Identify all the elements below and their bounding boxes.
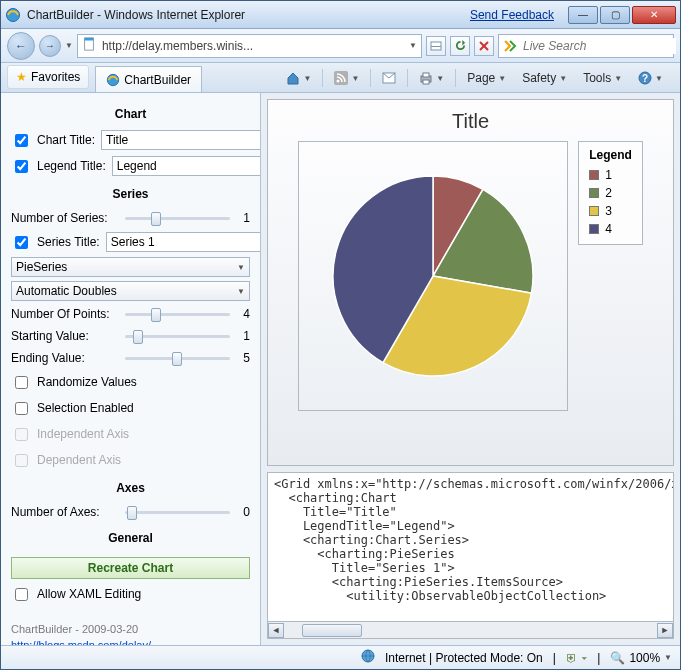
favorites-label: Favorites — [31, 70, 80, 84]
randomize-label: Randomize Values — [37, 375, 137, 389]
dep-axis-checkbox — [15, 454, 28, 467]
back-button[interactable]: ← — [7, 32, 35, 60]
internet-zone-icon — [361, 649, 375, 666]
legend-title-input[interactable] — [112, 156, 261, 176]
compat-view-button[interactable] — [426, 36, 446, 56]
series-title-label: Series Title: — [37, 235, 100, 249]
mail-icon — [382, 72, 396, 84]
dep-axis-label: Dependent Axis — [37, 453, 121, 467]
series-title-input[interactable] — [106, 232, 261, 252]
nav-history-dropdown[interactable]: ▼ — [65, 41, 73, 50]
legend-box: Legend 1234 — [578, 141, 643, 245]
selection-checkbox[interactable] — [15, 402, 28, 415]
safety-menu[interactable]: Safety▼ — [515, 67, 574, 89]
legend-item: 4 — [589, 220, 632, 238]
num-points-value: 4 — [236, 307, 250, 321]
rss-icon — [334, 71, 348, 85]
series-type-select[interactable]: PieSeries▼ — [11, 257, 250, 277]
home-button[interactable]: ▼ — [279, 67, 318, 89]
titlebar: ChartBuilder - Windows Internet Explorer… — [1, 1, 680, 29]
allow-xaml-checkbox[interactable] — [15, 588, 28, 601]
ending-value-slider[interactable] — [125, 349, 230, 367]
num-points-label: Number Of Points: — [11, 307, 119, 321]
scroll-right-arrow[interactable]: ► — [657, 623, 673, 638]
scroll-left-arrow[interactable]: ◄ — [268, 623, 284, 638]
page-icon — [82, 37, 96, 54]
legend-item: 1 — [589, 166, 632, 184]
tab-label: ChartBuilder — [124, 73, 191, 87]
security-icon[interactable]: ⛨ ▾ — [566, 651, 587, 665]
legend-swatch — [589, 206, 599, 216]
selection-label: Selection Enabled — [37, 401, 134, 415]
favorites-button[interactable]: ★ Favorites — [7, 65, 89, 89]
page-icon — [106, 73, 120, 87]
ie-icon — [5, 7, 21, 23]
help-button[interactable]: ?▼ — [631, 67, 670, 89]
svg-point-10 — [337, 80, 340, 83]
num-series-value: 1 — [236, 211, 250, 225]
ending-value-value: 5 — [236, 351, 250, 365]
chart-title-input[interactable] — [101, 130, 261, 150]
starting-value-label: Starting Value: — [11, 329, 119, 343]
legend-item-label: 3 — [605, 202, 612, 220]
horizontal-scrollbar[interactable]: ◄ ► — [267, 622, 674, 639]
search-bar[interactable]: ▼ 🔍 — [498, 34, 674, 58]
minimize-button[interactable]: — — [568, 6, 598, 24]
read-mail-button[interactable] — [375, 67, 403, 89]
randomize-checkbox[interactable] — [15, 376, 28, 389]
chart-title-checkbox[interactable] — [15, 134, 28, 147]
svg-rect-14 — [423, 80, 429, 84]
scroll-thumb[interactable] — [302, 624, 362, 637]
address-dropdown[interactable]: ▼ — [409, 41, 417, 50]
starting-value-slider[interactable] — [125, 327, 230, 345]
num-series-slider[interactable] — [125, 209, 230, 227]
svg-rect-13 — [423, 73, 429, 77]
legend-swatch — [589, 188, 599, 198]
ending-value-label: Ending Value: — [11, 351, 119, 365]
legend-swatch — [589, 170, 599, 180]
num-axes-label: Number of Axes: — [11, 505, 119, 519]
num-points-slider[interactable] — [125, 305, 230, 323]
value-mode-select[interactable]: Automatic Doubles▼ — [11, 281, 250, 301]
refresh-button[interactable] — [450, 36, 470, 56]
print-button[interactable]: ▼ — [412, 67, 451, 89]
tools-menu[interactable]: Tools▼ — [576, 67, 629, 89]
tab-bar: ★ Favorites ChartBuilder ▼ ▼ ▼ Page▼ Saf… — [1, 63, 680, 93]
feeds-button[interactable]: ▼ — [327, 67, 366, 89]
recreate-chart-button[interactable]: Recreate Chart — [11, 557, 250, 579]
tab-chartbuilder[interactable]: ChartBuilder — [95, 66, 202, 92]
legend-item-label: 1 — [605, 166, 612, 184]
zoom-value: 100% — [629, 651, 660, 665]
version-text: ChartBuilder - 2009-03-20 — [11, 623, 250, 635]
maximize-button[interactable]: ▢ — [600, 6, 630, 24]
svg-rect-4 — [431, 46, 441, 47]
page-menu[interactable]: Page▼ — [460, 67, 513, 89]
forward-button[interactable]: → — [39, 35, 61, 57]
zoom-dropdown[interactable]: ▼ — [664, 653, 672, 662]
chart-title-text: Title — [452, 110, 489, 133]
legend-title-text: Legend — [589, 148, 632, 162]
search-input[interactable] — [521, 38, 676, 54]
legend-title-checkbox[interactable] — [15, 160, 28, 173]
legend-item-label: 2 — [605, 184, 612, 202]
window-title: ChartBuilder - Windows Internet Explorer — [27, 8, 470, 22]
nav-bar: ← → ▼ ▼ ▼ 🔍 — [1, 29, 680, 63]
address-bar[interactable]: ▼ — [77, 34, 422, 58]
num-axes-slider[interactable] — [125, 503, 230, 521]
svg-text:?: ? — [642, 73, 648, 84]
settings-sidebar: Chart Chart Title: Legend Title: Series … — [1, 93, 261, 645]
xaml-output[interactable]: <Grid xmlns:x="http://schemas.microsoft.… — [267, 472, 674, 622]
legend-item: 3 — [589, 202, 632, 220]
address-input[interactable] — [100, 35, 405, 57]
indep-axis-checkbox — [15, 428, 28, 441]
series-title-checkbox[interactable] — [15, 236, 28, 249]
close-button[interactable]: ✕ — [632, 6, 676, 24]
legend-item-label: 4 — [605, 220, 612, 238]
zoom-icon[interactable]: 🔍 — [610, 651, 625, 665]
allow-xaml-label: Allow XAML Editing — [37, 587, 141, 601]
printer-icon — [419, 71, 433, 85]
chart-title-label: Chart Title: — [37, 133, 95, 147]
star-icon: ★ — [16, 70, 27, 84]
send-feedback-link[interactable]: Send Feedback — [470, 8, 554, 22]
stop-button[interactable] — [474, 36, 494, 56]
